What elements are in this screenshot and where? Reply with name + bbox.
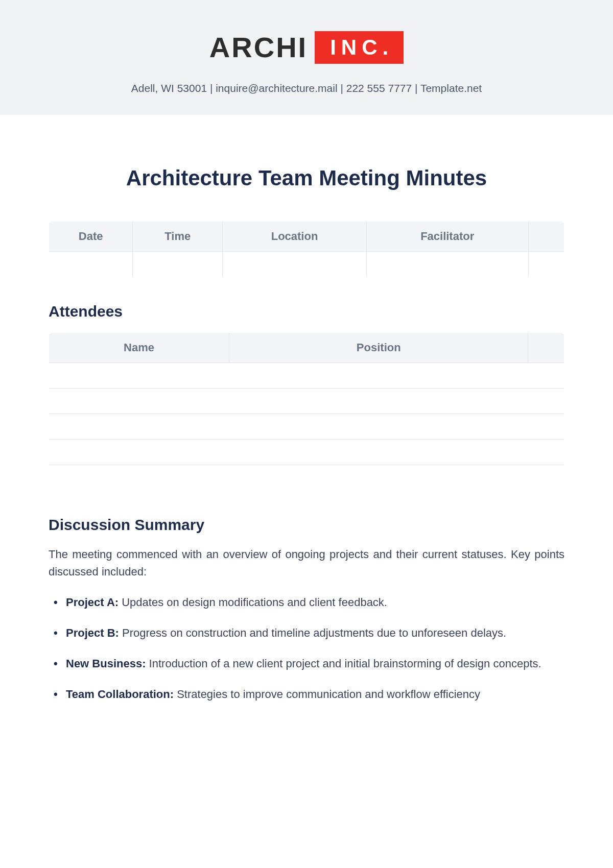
discussion-bullet: New Business: Introduction of a new clie… xyxy=(54,655,564,672)
bullet-label: Project B: xyxy=(66,626,119,639)
meta-header-date: Date xyxy=(49,222,133,252)
logo-archi: ARCHI xyxy=(209,31,308,64)
document-title: Architecture Team Meeting Minutes xyxy=(49,166,564,190)
attendees-cell-name[interactable] xyxy=(49,389,229,414)
attendees-cell-name[interactable] xyxy=(49,414,229,440)
discussion-bullets: Project A: Updates on design modificatio… xyxy=(49,594,564,703)
bullet-label: Team Collaboration: xyxy=(66,688,174,701)
attendees-row xyxy=(49,440,564,465)
logo: ARCHI INC. xyxy=(209,31,404,64)
attendees-cell-name[interactable] xyxy=(49,440,229,465)
attendees-cell-position[interactable] xyxy=(229,440,528,465)
attendees-row xyxy=(49,414,564,440)
meta-header-time: Time xyxy=(133,222,223,252)
discussion-bullet: Project A: Updates on design modificatio… xyxy=(54,594,564,611)
attendees-cell-blank[interactable] xyxy=(528,363,564,389)
attendees-table: Name Position xyxy=(49,332,564,491)
attendees-cell-blank[interactable] xyxy=(528,465,564,491)
attendees-cell-position[interactable] xyxy=(229,414,528,440)
meta-cell-time[interactable] xyxy=(133,252,223,277)
meta-header-facilitator: Facilitator xyxy=(366,222,528,252)
bullet-label: New Business: xyxy=(66,657,146,670)
contact-line: Adell, WI 53001 | inquire@architecture.m… xyxy=(0,82,613,94)
meeting-meta-table: Date Time Location Facilitator xyxy=(49,221,564,277)
attendees-cell-name[interactable] xyxy=(49,363,229,389)
page-body: Architecture Team Meeting Minutes Date T… xyxy=(0,166,613,748)
attendees-row xyxy=(49,389,564,414)
meta-header-blank xyxy=(528,222,564,252)
meta-cell-date[interactable] xyxy=(49,252,133,277)
meta-cell-blank[interactable] xyxy=(528,252,564,277)
attendees-header-position: Position xyxy=(229,333,528,363)
attendees-cell-position[interactable] xyxy=(229,363,528,389)
bullet-text: Strategies to improve communication and … xyxy=(174,688,480,701)
discussion-heading: Discussion Summary xyxy=(49,516,564,534)
meta-header-location: Location xyxy=(223,222,367,252)
bullet-text: Introduction of a new client project and… xyxy=(146,657,541,670)
attendees-row xyxy=(49,363,564,389)
discussion-bullet: Project B: Progress on construction and … xyxy=(54,624,564,642)
logo-inc: INC. xyxy=(315,31,404,64)
meta-cell-location[interactable] xyxy=(223,252,367,277)
attendees-cell-position[interactable] xyxy=(229,389,528,414)
attendees-heading: Attendees xyxy=(49,303,564,320)
attendees-row xyxy=(49,465,564,491)
bullet-label: Project A: xyxy=(66,596,119,609)
attendees-cell-name[interactable] xyxy=(49,465,229,491)
bullet-text: Progress on construction and timeline ad… xyxy=(119,626,506,639)
discussion-bullet: Team Collaboration: Strategies to improv… xyxy=(54,686,564,703)
attendees-cell-blank[interactable] xyxy=(528,389,564,414)
meta-row xyxy=(49,252,564,277)
attendees-cell-blank[interactable] xyxy=(528,414,564,440)
attendees-header-blank xyxy=(528,333,564,363)
discussion-intro: The meeting commenced with an overview o… xyxy=(49,546,564,581)
attendees-cell-position[interactable] xyxy=(229,465,528,491)
attendees-header-name: Name xyxy=(49,333,229,363)
bullet-text: Updates on design modifications and clie… xyxy=(119,596,387,609)
meta-cell-facilitator[interactable] xyxy=(366,252,528,277)
attendees-cell-blank[interactable] xyxy=(528,440,564,465)
header-band: ARCHI INC. Adell, WI 53001 | inquire@arc… xyxy=(0,0,613,115)
